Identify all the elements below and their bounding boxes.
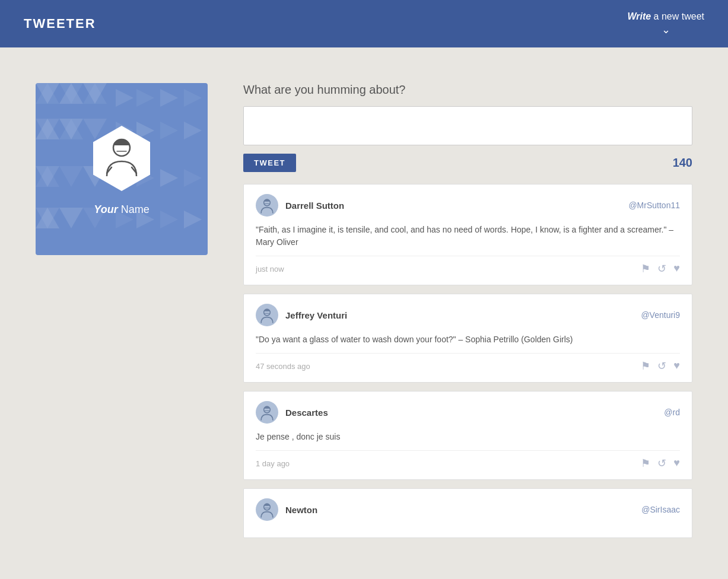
svg-marker-25 xyxy=(160,169,178,187)
compose-input[interactable] xyxy=(250,113,686,136)
flag-icon[interactable]: ⚑ xyxy=(641,360,650,373)
tweet-header: Jeffrey Venturi @Venturi9 xyxy=(256,304,680,326)
svg-point-43 xyxy=(257,305,277,325)
tweet-footer: 1 day ago ⚑ ↺ ♥ xyxy=(256,457,680,470)
tweet-card: Jeffrey Venturi @Venturi9 "Do ya want a … xyxy=(243,294,692,383)
tweet-footer: 47 seconds ago ⚑ ↺ ♥ xyxy=(256,360,680,373)
tweet-actions: ⚑ ↺ ♥ xyxy=(641,360,680,373)
write-rest: a new tweet xyxy=(651,11,704,21)
tweet-handle[interactable]: @SirIsaac xyxy=(641,505,680,514)
tweet-body: "Faith, as I imagine it, is tensile, and… xyxy=(256,224,680,256)
tweet-timestamp: 1 day ago xyxy=(256,459,290,468)
svg-marker-20 xyxy=(59,166,83,187)
retweet-icon[interactable]: ↺ xyxy=(657,262,666,275)
tweet-timestamp: 47 seconds ago xyxy=(256,362,310,371)
tweet-card: Newton @SirIsaac xyxy=(243,488,692,538)
write-bold: Write xyxy=(627,11,651,21)
tweet-avatar xyxy=(256,304,278,326)
tweet-footer: just now ⚑ ↺ ♥ xyxy=(256,262,680,275)
app-logo: TWEETER xyxy=(24,16,96,31)
retweet-icon[interactable]: ↺ xyxy=(657,457,666,470)
like-icon[interactable]: ♥ xyxy=(673,262,680,275)
retweet-icon[interactable]: ↺ xyxy=(657,360,666,373)
tweet-actions: ⚑ ↺ ♥ xyxy=(641,457,680,470)
profile-hexagon xyxy=(86,123,157,194)
svg-point-40 xyxy=(257,195,277,215)
svg-marker-34 xyxy=(184,211,202,228)
svg-point-46 xyxy=(257,402,277,422)
svg-marker-35 xyxy=(93,126,150,191)
tweet-username: Jeffrey Venturi xyxy=(285,310,347,320)
compose-area xyxy=(243,106,692,145)
svg-marker-28 xyxy=(59,208,83,228)
svg-marker-6 xyxy=(116,89,133,107)
tweet-header: Newton @SirIsaac xyxy=(256,498,680,521)
write-tweet-button[interactable]: Write a new tweet ⌄ xyxy=(627,11,704,36)
tweet-header: Descartes @rd xyxy=(256,401,680,424)
svg-marker-33 xyxy=(160,211,178,228)
svg-marker-9 xyxy=(184,89,202,107)
app-header: TWEETER Write a new tweet ⌄ xyxy=(0,0,728,47)
tweet-body: "Do ya want a glass of water to wash dow… xyxy=(256,333,680,354)
like-icon[interactable]: ♥ xyxy=(673,457,680,470)
right-panel: What are you humming about? TWEET 140 Da… xyxy=(243,83,692,546)
tweet-username: Descartes xyxy=(285,408,328,418)
flag-icon[interactable]: ⚑ xyxy=(641,457,650,470)
chevron-down-icon: ⌄ xyxy=(662,23,670,36)
profile-name-bold: Your xyxy=(94,203,117,215)
tweet-handle[interactable]: @MrSutton11 xyxy=(628,201,680,210)
tweet-avatar xyxy=(256,194,278,217)
tweet-avatar xyxy=(256,401,278,424)
tweet-card: Descartes @rd Je pense , donc je suis 1 … xyxy=(243,391,692,480)
profile-avatar-wrapper: Your Name xyxy=(86,123,157,216)
main-layout: Your Name What are you humming about? TW… xyxy=(0,47,728,570)
tweet-handle[interactable]: @rd xyxy=(664,408,680,417)
profile-name-rest: Name xyxy=(118,203,150,215)
profile-card: Your Name xyxy=(36,83,208,255)
tweet-username: Darrell Sutton xyxy=(285,201,344,211)
svg-marker-8 xyxy=(160,89,178,107)
svg-point-49 xyxy=(257,500,277,520)
tweet-timestamp: just now xyxy=(256,265,284,273)
tweet-header: Darrell Sutton @MrSutton11 xyxy=(256,194,680,217)
svg-marker-18 xyxy=(184,122,202,139)
tweet-username: Newton xyxy=(285,505,317,515)
tweet-submit-button[interactable]: TWEET xyxy=(243,154,296,172)
tweet-feed: Darrell Sutton @MrSutton11 "Faith, as I … xyxy=(243,184,692,538)
tweet-body: Je pense , donc je suis xyxy=(256,431,680,451)
tweet-card: Darrell Sutton @MrSutton11 "Faith, as I … xyxy=(243,184,692,285)
tweet-handle[interactable]: @Venturi9 xyxy=(641,310,680,320)
svg-marker-17 xyxy=(160,122,178,139)
compose-label: What are you humming about? xyxy=(243,83,692,97)
svg-marker-26 xyxy=(184,169,202,187)
write-tweet-label: Write a new tweet xyxy=(627,11,704,22)
flag-icon[interactable]: ⚑ xyxy=(641,262,650,275)
like-icon[interactable]: ♥ xyxy=(673,360,680,373)
svg-marker-7 xyxy=(136,89,154,107)
tweet-actions: ⚑ ↺ ♥ xyxy=(641,262,680,275)
char-count-display: 140 xyxy=(673,156,692,170)
compose-toolbar: TWEET 140 xyxy=(243,154,692,172)
profile-name: Your Name xyxy=(94,203,149,216)
tweet-avatar xyxy=(256,498,278,521)
